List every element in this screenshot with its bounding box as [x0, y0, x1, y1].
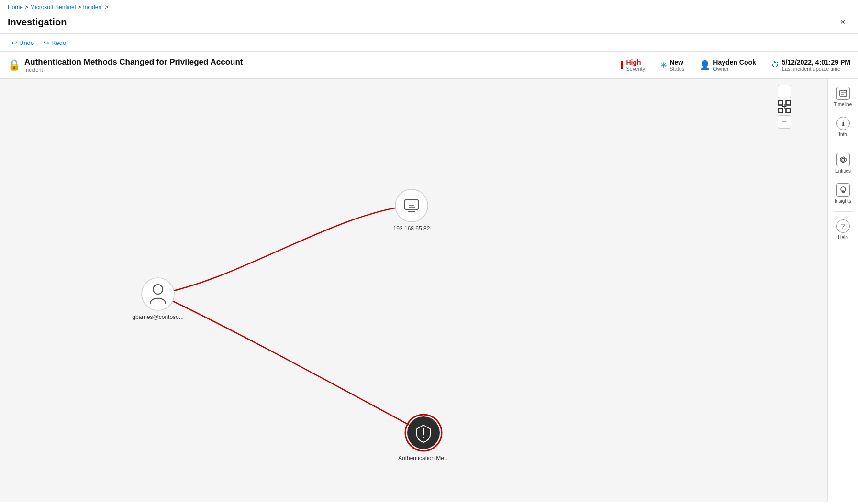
svg-text:192.168.65.82: 192.168.65.82 — [393, 225, 430, 232]
owner-meta: 👤 Hayden Cook Owner — [700, 58, 756, 72]
sidebar-info-label: Info — [839, 132, 847, 137]
sidebar-timeline-label: Timeline — [834, 102, 852, 107]
edge-user-ip — [158, 206, 412, 294]
owner-value: Hayden Cook — [713, 58, 756, 66]
close-button[interactable]: × — [835, 14, 850, 30]
insights-icon — [836, 183, 850, 197]
owner-group: Hayden Cook Owner — [713, 58, 756, 72]
page-title: Investigation — [8, 17, 825, 28]
status-meta: ✳ New Status — [660, 58, 684, 72]
svg-rect-15 — [779, 101, 783, 105]
undo-label: Undo — [19, 39, 34, 46]
time-group: 5/12/2022, 4:01:29 PM Last incident upda… — [782, 58, 850, 72]
severity-label: Severity — [626, 66, 645, 72]
status-label: Status — [669, 66, 684, 72]
node-alert[interactable]: Authentication Me... — [398, 415, 449, 461]
incident-bar: 🔒 Authentication Methods Changed for Pri… — [0, 52, 858, 79]
graph-canvas[interactable]: gbarnes@contoso... 192.168.65.82 — [0, 79, 827, 502]
severity-group: High Severity — [626, 58, 645, 72]
incident-title: Authentication Methods Changed for Privi… — [24, 57, 243, 67]
status-value: New — [669, 58, 684, 66]
time-meta: ⏱ 5/12/2022, 4:01:29 PM Last incident up… — [771, 58, 850, 72]
owner-icon: 👤 — [700, 60, 710, 70]
breadcrumb-sentinel[interactable]: Microsoft Sentinel — [30, 4, 76, 11]
severity-value: High — [626, 58, 645, 66]
time-value: 5/12/2022, 4:01:29 PM — [782, 58, 850, 66]
svg-rect-16 — [786, 101, 791, 105]
time-icon: ⏱ — [771, 61, 779, 69]
sidebar-divider-1 — [834, 145, 853, 145]
svg-point-25 — [842, 158, 845, 161]
svg-rect-17 — [779, 109, 783, 113]
sidebar-help-button[interactable]: ? Help — [830, 216, 857, 244]
main-area: gbarnes@contoso... 192.168.65.82 — [0, 79, 858, 502]
redo-label: Redo — [51, 39, 66, 46]
breadcrumb-incident[interactable]: Incident — [83, 4, 103, 11]
node-user[interactable]: gbarnes@contoso... — [132, 278, 184, 320]
incident-icon: 🔒 — [8, 59, 21, 71]
sidebar-insights-label: Insights — [835, 198, 851, 204]
zoom-fit-button[interactable] — [778, 85, 791, 98]
sidebar-timeline-button[interactable]: Timeline — [830, 83, 857, 111]
graph-svg: gbarnes@contoso... 192.168.65.82 — [0, 79, 827, 502]
sidebar-entities-button[interactable]: Entities — [830, 149, 857, 177]
redo-button[interactable]: ↪ Redo — [40, 37, 70, 48]
sidebar-divider-2 — [834, 211, 853, 212]
zoom-controls: + − — [778, 85, 791, 129]
time-label: Last incident update time — [782, 66, 850, 72]
severity-meta: High Severity — [621, 58, 645, 72]
breadcrumb-sep1: > — [25, 4, 28, 11]
owner-label: Owner — [713, 66, 756, 72]
incident-meta: High Severity ✳ New Status 👤 Hayden Cook… — [621, 58, 850, 72]
edge-user-alert — [158, 294, 423, 433]
svg-rect-19 — [840, 90, 847, 96]
page-header: Investigation ··· × — [0, 12, 858, 34]
sidebar-info-button[interactable]: ℹ Info — [830, 113, 857, 141]
sidebar-help-label: Help — [838, 235, 848, 240]
undo-icon: ↩ — [11, 39, 17, 46]
breadcrumb-sep3: > — [105, 4, 108, 11]
redo-icon: ↪ — [44, 39, 49, 46]
svg-text:Authentication Me...: Authentication Me... — [398, 455, 449, 461]
timeline-icon — [836, 87, 850, 100]
incident-subtitle: Incident — [24, 67, 243, 73]
right-sidebar: Timeline ℹ Info Entities — [827, 79, 858, 502]
breadcrumb-sep2: > — [78, 4, 81, 11]
svg-rect-18 — [786, 109, 791, 113]
svg-point-13 — [423, 437, 424, 438]
undo-button[interactable]: ↩ Undo — [8, 37, 38, 48]
status-icon: ✳ — [660, 61, 667, 70]
severity-bar-icon — [621, 61, 623, 69]
node-ip[interactable]: 192.168.65.82 — [393, 189, 430, 232]
svg-marker-24 — [840, 157, 846, 163]
svg-text:gbarnes@contoso...: gbarnes@contoso... — [132, 314, 184, 320]
fit-icon — [778, 85, 791, 129]
help-icon: ? — [836, 219, 850, 233]
incident-title-section: 🔒 Authentication Methods Changed for Pri… — [8, 57, 606, 73]
info-icon: ℹ — [836, 117, 850, 130]
sidebar-insights-button[interactable]: Insights — [830, 179, 857, 208]
toolbar: ↩ Undo ↪ Redo — [0, 34, 858, 52]
sidebar-entities-label: Entities — [835, 168, 851, 174]
breadcrumb: Home > Microsoft Sentinel > Incident > — [0, 0, 858, 12]
header-ellipsis-btn[interactable]: ··· — [829, 18, 835, 26]
incident-title-group: Authentication Methods Changed for Privi… — [24, 57, 243, 73]
entities-icon — [836, 153, 850, 166]
breadcrumb-home[interactable]: Home — [8, 4, 23, 11]
status-group: New Status — [669, 58, 684, 72]
svg-point-26 — [841, 187, 846, 192]
